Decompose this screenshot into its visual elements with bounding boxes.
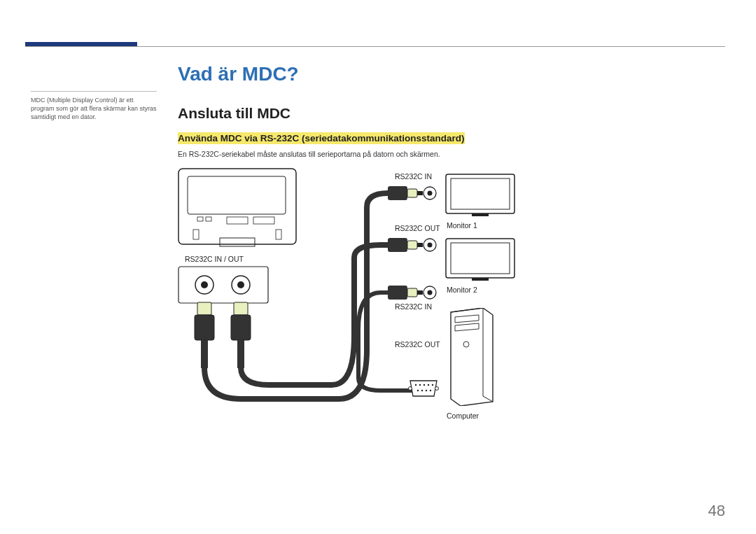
label-monitor-2: Monitor 2 bbox=[447, 286, 477, 294]
svg-rect-36 bbox=[388, 286, 407, 300]
page: MDC (Multiple Display Control) är ett pr… bbox=[0, 0, 756, 534]
svg-rect-35 bbox=[472, 278, 489, 281]
svg-point-32 bbox=[428, 243, 433, 248]
label-computer: Computer bbox=[447, 412, 479, 420]
subsection-heading: Använda MDC via RS-232C (seriedatakommun… bbox=[178, 132, 465, 144]
svg-rect-21 bbox=[407, 189, 417, 197]
connection-diagram: RS232C IN / OUT bbox=[178, 168, 570, 441]
svg-point-45 bbox=[432, 384, 433, 386]
svg-rect-37 bbox=[407, 288, 417, 297]
jack-plug-icon bbox=[388, 235, 437, 255]
svg-rect-29 bbox=[407, 241, 417, 249]
page-title: Vad är MDC? bbox=[178, 63, 714, 85]
svg-point-40 bbox=[428, 290, 433, 295]
svg-point-47 bbox=[421, 390, 423, 391]
main-content: Vad är MDC? Ansluta till MDC Använda MDC… bbox=[178, 63, 714, 441]
db9-connector-icon bbox=[407, 378, 440, 405]
svg-point-46 bbox=[417, 390, 419, 391]
svg-rect-38 bbox=[417, 290, 423, 295]
svg-point-44 bbox=[428, 384, 429, 386]
svg-point-49 bbox=[430, 390, 431, 391]
svg-rect-30 bbox=[417, 243, 423, 247]
horizontal-rule bbox=[25, 46, 725, 47]
label-monitor-1: Monitor 1 bbox=[447, 221, 477, 230]
divider bbox=[31, 91, 157, 92]
jack-socket-icon bbox=[388, 283, 437, 302]
sidebar-text: MDC (Multiple Display Control) är ett pr… bbox=[31, 96, 157, 121]
monitor-icon bbox=[445, 238, 515, 281]
svg-rect-28 bbox=[388, 238, 407, 252]
sidebar-note: MDC (Multiple Display Control) är ett pr… bbox=[31, 91, 157, 121]
label-rs232c-in-2: RS232C IN bbox=[395, 302, 432, 311]
svg-point-51 bbox=[435, 387, 439, 391]
label-rs232c-out-2: RS232C OUT bbox=[395, 340, 440, 349]
svg-rect-20 bbox=[388, 186, 407, 200]
section-heading: Ansluta till MDC bbox=[178, 105, 714, 122]
jack-plug-icon bbox=[388, 183, 437, 203]
monitor-icon bbox=[445, 174, 515, 217]
svg-point-48 bbox=[426, 390, 427, 391]
svg-point-42 bbox=[419, 384, 421, 386]
computer-tower-icon bbox=[447, 308, 497, 406]
label-rs232c-in-1: RS232C IN bbox=[395, 172, 432, 181]
svg-point-50 bbox=[409, 387, 412, 391]
svg-point-43 bbox=[424, 384, 425, 386]
svg-point-41 bbox=[415, 384, 416, 386]
svg-rect-33 bbox=[446, 239, 514, 278]
svg-rect-22 bbox=[417, 191, 423, 195]
label-rs232c-out-1: RS232C OUT bbox=[395, 224, 440, 232]
svg-point-24 bbox=[428, 191, 433, 196]
svg-rect-27 bbox=[472, 213, 489, 216]
body-paragraph: En RS-232C-seriekabel måste anslutas til… bbox=[178, 150, 714, 158]
page-number: 48 bbox=[708, 502, 725, 520]
svg-rect-25 bbox=[446, 174, 514, 213]
